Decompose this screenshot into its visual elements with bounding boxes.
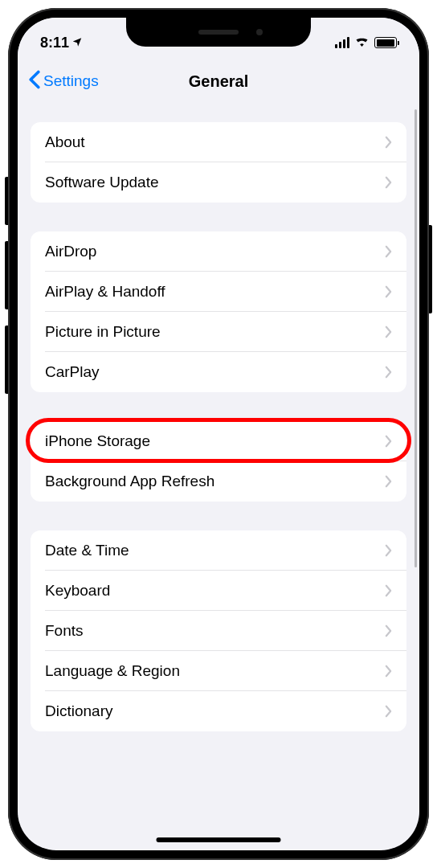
chevron-right-icon	[385, 176, 392, 189]
row-label: AirPlay & Handoff	[45, 283, 165, 301]
left-side-buttons	[5, 177, 8, 225]
row-date-time[interactable]: Date & Time	[31, 530, 406, 571]
chevron-right-icon	[385, 624, 392, 637]
row-dictionary[interactable]: Dictionary	[31, 691, 406, 731]
row-label: Keyboard	[45, 582, 110, 600]
chevron-right-icon	[385, 665, 392, 678]
back-button[interactable]: Settings	[27, 70, 99, 93]
row-fonts[interactable]: Fonts	[31, 611, 406, 651]
row-keyboard[interactable]: Keyboard	[31, 571, 406, 611]
location-icon	[71, 36, 83, 50]
row-label: iPhone Storage	[45, 432, 150, 450]
row-carplay[interactable]: CarPlay	[31, 352, 406, 392]
front-camera	[256, 29, 263, 35]
row-background-app-refresh[interactable]: Background App Refresh	[31, 461, 406, 502]
row-label: Dictionary	[45, 702, 112, 720]
row-label: Language & Region	[45, 662, 180, 680]
status-left: 8:11	[40, 35, 83, 51]
settings-group: Date & TimeKeyboardFontsLanguage & Regio…	[31, 530, 406, 731]
navigation-bar: Settings General	[18, 58, 419, 104]
status-right	[335, 35, 397, 50]
chevron-right-icon	[385, 326, 392, 338]
settings-group: iPhone StorageBackground App Refresh	[31, 421, 406, 502]
home-indicator[interactable]	[157, 837, 281, 842]
row-label: About	[45, 133, 85, 151]
row-picture-in-picture[interactable]: Picture in Picture	[31, 312, 406, 352]
row-language-region[interactable]: Language & Region	[31, 651, 406, 691]
battery-icon	[374, 37, 397, 48]
status-time: 8:11	[40, 35, 69, 51]
wifi-icon	[354, 35, 370, 50]
chevron-right-icon	[385, 705, 392, 718]
chevron-left-icon	[27, 70, 42, 93]
chevron-right-icon	[385, 475, 392, 488]
back-label: Settings	[43, 72, 99, 90]
row-label: AirDrop	[45, 243, 96, 260]
row-airdrop[interactable]: AirDrop	[31, 231, 406, 272]
chevron-right-icon	[385, 245, 392, 258]
signal-icon	[335, 37, 349, 48]
chevron-right-icon	[385, 584, 392, 597]
chevron-right-icon	[385, 544, 392, 557]
chevron-right-icon	[385, 136, 392, 149]
scroll-indicator[interactable]	[415, 109, 417, 567]
content-area: AboutSoftware UpdateAirDropAirPlay & Han…	[18, 104, 419, 731]
row-about[interactable]: About	[31, 122, 406, 162]
row-label: Software Update	[45, 174, 159, 191]
page-title: General	[189, 72, 248, 91]
speaker	[198, 30, 239, 35]
notch	[126, 18, 311, 47]
chevron-right-icon	[385, 435, 392, 448]
row-software-update[interactable]: Software Update	[31, 162, 406, 203]
row-iphone-storage[interactable]: iPhone Storage	[31, 421, 406, 461]
row-label: Picture in Picture	[45, 323, 161, 341]
row-label: Fonts	[45, 622, 84, 640]
chevron-right-icon	[385, 285, 392, 298]
settings-group: AirDropAirPlay & HandoffPicture in Pictu…	[31, 231, 406, 392]
right-side-button	[429, 225, 432, 313]
chevron-right-icon	[385, 366, 392, 379]
phone-frame: 8:11 Settings	[8, 8, 429, 860]
screen: 8:11 Settings	[18, 18, 419, 850]
row-airplay-handoff[interactable]: AirPlay & Handoff	[31, 272, 406, 312]
row-label: Background App Refresh	[45, 473, 214, 490]
settings-group: AboutSoftware Update	[31, 122, 406, 203]
row-label: CarPlay	[45, 363, 100, 381]
row-label: Date & Time	[45, 542, 129, 559]
